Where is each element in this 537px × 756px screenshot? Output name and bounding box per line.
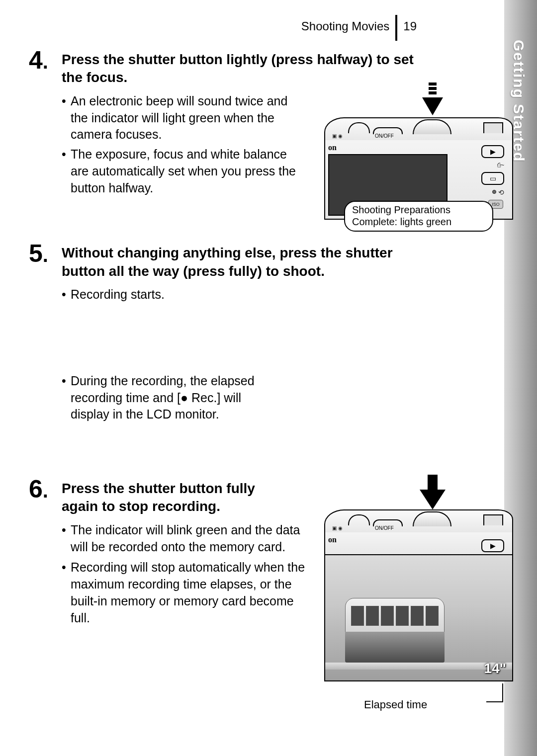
step-6-number: 6 (29, 477, 57, 502)
playback-button-icon: ▶ (481, 539, 504, 552)
step-6-heading: Press the shutter button fully again to … (62, 477, 275, 516)
onoff-label: ON/OFF (375, 133, 394, 139)
page-number: 19 (403, 19, 417, 33)
step-5: 5 Without changing anything else, press … (29, 241, 427, 423)
elapsed-time-caption: Elapsed time (364, 698, 427, 711)
step-5-bullet-1: Recording starts. (62, 286, 275, 303)
brand-partial-text: on (328, 143, 337, 152)
camera-diagram-halfway: ON/OFF ▣ ◉ on ▶ ⎙~ ▭ ⟲ (324, 83, 513, 242)
step-5-number: 5 (29, 241, 57, 266)
step-6: 6 Press the shutter button fully again t… (29, 477, 427, 626)
step-4-bullet-1: An electronic beep will sound twice and … (62, 93, 300, 143)
svg-rect-4 (428, 475, 438, 491)
step-4-number: 4 (29, 48, 57, 73)
svg-rect-1 (429, 87, 437, 90)
step-6-bullet-1: The indicator will blink green and the d… (62, 522, 305, 556)
svg-rect-0 (429, 83, 437, 85)
step-4: 4 Press the shutter button lightly (pres… (29, 48, 427, 196)
leader-line (502, 683, 503, 702)
shutter-button-icon (413, 119, 451, 134)
playback-button-icon: ▶ (481, 145, 504, 158)
step-5-heading: Without changing anything else, press th… (62, 241, 420, 280)
elapsed-time-overlay: 14" (484, 661, 506, 676)
callout-line-1: Shooting Preparations (352, 204, 485, 216)
svg-marker-3 (422, 97, 443, 115)
callout-line-2: Complete: lights green (352, 216, 485, 228)
svg-rect-2 (429, 91, 437, 94)
print-share-label: ⎙~ (469, 162, 504, 168)
display-button-icon: ▭ (481, 172, 504, 185)
camera-top-plate: ON/OFF ▣ ◉ (324, 117, 513, 140)
step-6-bullet-2: Recording will stop automatically when t… (62, 559, 305, 626)
step-5-bullet-2: During the recording, the elapsed record… (62, 373, 275, 423)
step-4-bullet-2: The exposure, focus and white balance ar… (62, 146, 300, 196)
header-section-name: Shooting Movies (301, 19, 389, 33)
page-header: Shooting Movies 19 (29, 15, 427, 38)
indicator-led-icon (492, 190, 496, 194)
header-separator (395, 15, 397, 41)
step-4-heading: Press the shutter button lightly (press … (62, 48, 427, 87)
mode-glyphs: ▣ ◉ (332, 133, 343, 139)
arrow-down-icon (420, 83, 445, 117)
callout-lights-green: Shooting Preparations Complete: lights g… (344, 201, 493, 232)
